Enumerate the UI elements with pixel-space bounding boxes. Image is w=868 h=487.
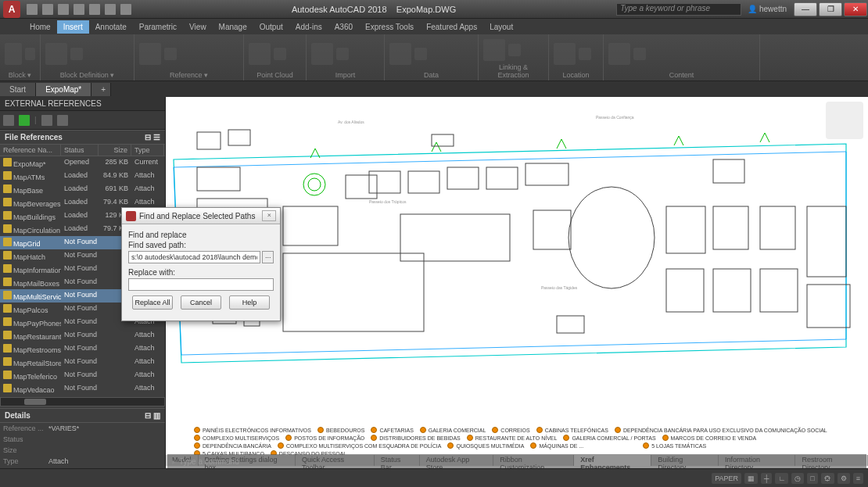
redo-icon[interactable] <box>120 4 131 15</box>
infocenter-search[interactable]: Type a keyword or phrase <box>616 3 741 16</box>
dialog-close-button[interactable]: ⨉ <box>262 210 276 221</box>
help-button[interactable]: Help <box>229 295 270 310</box>
replace-all-button[interactable]: Replace All <box>132 295 173 310</box>
legend-item: POSTOS DE INFORMAÇÃO <box>285 435 364 441</box>
legend-item <box>712 442 759 449</box>
command-line[interactable]: ▸ Type a command <box>167 454 866 468</box>
ribbon-icon[interactable] <box>554 43 576 65</box>
ribbon-tab-home[interactable]: Home <box>23 20 57 34</box>
xref-row[interactable]: MapRestroomsNot FoundAttach <box>0 342 165 356</box>
xref-row[interactable]: MapRestaurantsNot FoundAttach <box>0 329 165 342</box>
ribbon-tab-a360[interactable]: A360 <box>328 20 359 34</box>
ribbon-tab-annotate[interactable]: Annotate <box>89 20 133 34</box>
ribbon-tab-layout[interactable]: Layout <box>483 20 519 34</box>
legend-marker-icon <box>371 435 377 441</box>
xref-row[interactable]: MapVedacaoNot FoundAttach <box>0 382 165 396</box>
col-status-header[interactable]: Status <box>61 145 99 156</box>
close-button[interactable]: ✕ <box>844 2 867 16</box>
col-size-header[interactable]: Size <box>99 145 131 156</box>
user-name[interactable]: 👤 hewettn <box>748 5 787 13</box>
ribbon-icon[interactable] <box>274 48 286 60</box>
paper-model-toggle[interactable]: PAPER <box>712 473 741 484</box>
ribbon-icon[interactable] <box>249 43 271 65</box>
col-type-header[interactable]: Type <box>131 145 164 156</box>
ribbon-tab-manage[interactable]: Manage <box>213 20 253 34</box>
workspace-switch[interactable]: ⚙ <box>838 473 850 484</box>
xref-row[interactable]: MapRetailStoresNot FoundAttach <box>0 356 165 369</box>
osnap-toggle[interactable]: □ <box>807 473 817 484</box>
refs-h-scrollbar[interactable] <box>0 397 165 406</box>
ribbon-icon[interactable] <box>336 48 349 60</box>
annotation-scale[interactable]: ⯐ <box>821 473 834 484</box>
grid-toggle[interactable]: ▦ <box>744 473 758 484</box>
ribbon-icon[interactable] <box>311 43 333 65</box>
polar-toggle[interactable]: ◷ <box>791 473 804 484</box>
refresh-icon[interactable] <box>19 115 30 126</box>
xref-icon <box>3 278 12 286</box>
ribbon-tab-insert[interactable]: Insert <box>57 20 89 34</box>
replace-with-input[interactable] <box>128 278 274 291</box>
xref-icon <box>3 264 12 273</box>
xref-row[interactable]: MapTelefericoNot FoundAttach <box>0 369 165 382</box>
customize-icon[interactable]: ≡ <box>853 473 863 484</box>
xref-icon <box>3 238 12 246</box>
cancel-button[interactable]: Cancel <box>181 295 221 310</box>
ribbon-icon[interactable] <box>5 43 22 65</box>
minimize-button[interactable]: — <box>794 2 817 16</box>
ribbon-icon[interactable] <box>633 48 646 60</box>
plot-icon[interactable] <box>89 4 100 15</box>
ribbon-icon[interactable] <box>70 48 83 60</box>
ribbon-icon[interactable] <box>414 48 427 60</box>
ribbon-icon[interactable] <box>25 48 35 60</box>
ribbon-icon[interactable] <box>45 43 67 65</box>
drawing-tab[interactable]: Start <box>0 83 36 96</box>
ribbon-tab-output[interactable]: Output <box>253 20 289 34</box>
xref-icon <box>3 224 12 233</box>
attach-dwg-icon[interactable] <box>3 115 14 126</box>
ortho-toggle[interactable]: ∟ <box>775 473 788 484</box>
drawing-tab[interactable]: ExpoMap* <box>36 83 91 96</box>
xref-row[interactable]: MapBaseLoaded691 KBAttach <box>0 183 165 196</box>
find-path-input[interactable] <box>128 251 260 263</box>
ribbon-group-title: Linking & Extraction <box>483 63 543 79</box>
ribbon-tab-express-tools[interactable]: Express Tools <box>359 20 420 34</box>
browse-find-button[interactable]: ... <box>262 251 274 263</box>
dialog-titlebar[interactable]: Find and Replace Selected Paths ⨉ <box>122 208 280 224</box>
ribbon-icon[interactable] <box>389 43 411 65</box>
xref-icon <box>3 291 12 299</box>
tree-view-icon[interactable] <box>41 115 52 126</box>
quick-access-toolbar <box>27 4 131 15</box>
ribbon-group: Import <box>307 34 385 81</box>
xref-icon <box>3 158 12 167</box>
file-references-header[interactable]: File References⊟ ☰ <box>0 130 165 145</box>
list-view-icon[interactable] <box>57 115 68 126</box>
view-cube[interactable] <box>826 102 863 139</box>
ribbon-icon[interactable] <box>164 48 177 60</box>
legend-marker-icon <box>371 427 377 433</box>
undo-icon[interactable] <box>105 4 116 15</box>
ribbon-icon[interactable] <box>483 39 505 61</box>
save-icon[interactable] <box>58 4 69 15</box>
saveas-icon[interactable] <box>74 4 84 15</box>
xref-row[interactable]: MapATMsLoaded84.9 KBAttach <box>0 170 165 183</box>
ribbon-tab-view[interactable]: View <box>183 20 213 34</box>
col-name-header[interactable]: Reference Na... <box>0 145 61 156</box>
ribbon-icon[interactable] <box>608 43 630 65</box>
ribbon-icon[interactable] <box>508 44 521 56</box>
ribbon-tab-featured-apps[interactable]: Featured Apps <box>420 20 483 34</box>
ribbon-tab-add-ins[interactable]: Add-ins <box>289 20 328 34</box>
legend-item: GALERIA COMERCIAL <box>420 427 486 433</box>
maximize-button[interactable]: ❐ <box>819 2 842 16</box>
ribbon-icon[interactable] <box>139 43 161 65</box>
ribbon-tab-parametric[interactable]: Parametric <box>133 20 183 34</box>
open-icon[interactable] <box>42 4 53 15</box>
new-drawing-tab-button[interactable]: + <box>91 83 111 96</box>
xref-row[interactable]: ExpoMap*Opened285 KBCurrent <box>0 156 165 170</box>
details-header[interactable]: Details⊟ ▥ <box>0 408 165 423</box>
snap-toggle[interactable]: ┼ <box>761 473 772 484</box>
xref-icon <box>3 344 12 353</box>
app-logo[interactable]: A <box>3 1 20 18</box>
legend-marker-icon <box>643 442 649 449</box>
ribbon-icon[interactable] <box>579 48 591 60</box>
new-icon[interactable] <box>27 4 38 15</box>
